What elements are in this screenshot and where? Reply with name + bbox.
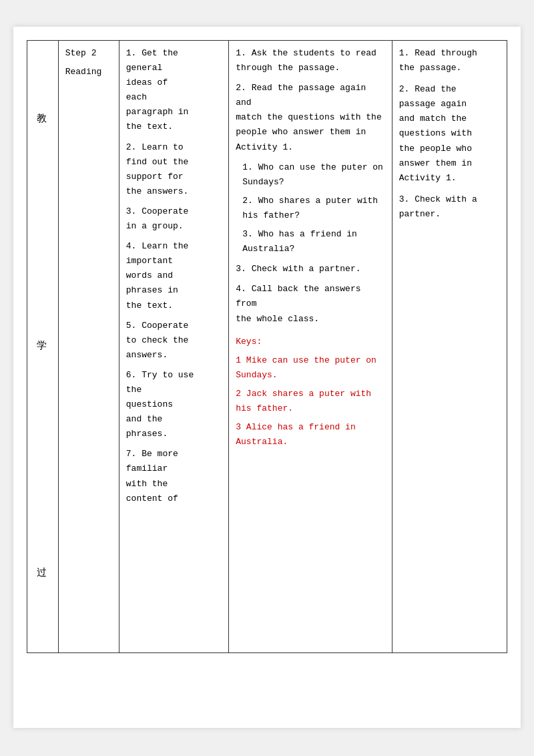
proc-2-sub2: 2. Who shares a puter withhis father? [236,194,384,223]
obj-7: 7. Be morefamiliarwith thecontent of [126,447,222,506]
obj-5: 5. Cooperateto check theanswers. [126,319,222,363]
lesson-table: 教 学 过 Step 2 Reading 1. Get thegeneralid… [27,40,507,653]
key-3: 3 Alice has a friend inAustralia. [236,420,384,449]
chinese-char-jiao: 教 [37,111,48,128]
chinese-char-guo: 过 [37,565,48,582]
procedure-column: 1. Ask the students to readthrough the p… [229,41,392,653]
obj-1: 1. Get thegeneralideas ofeachparagraph i… [126,46,222,135]
proc-2: 2. Read the passage again andmatch the q… [236,81,384,154]
page: 教 学 过 Step 2 Reading 1. Get thegeneralid… [13,27,521,728]
step-label: Step 2 [65,46,112,61]
homework-column: 1. Read throughthe passage. 2. Read thep… [392,41,507,653]
chinese-char-xue: 学 [37,338,48,355]
proc-3: 3. Check with a partner. [236,262,384,276]
key-2: 2 Jack shares a puter withhis father. [236,387,384,416]
reading-label: Reading [65,67,102,77]
key-1: 1 Mike can use the puter onSundays. [236,353,384,383]
obj-2: 2. Learn tofind out thesupport forthe an… [126,140,222,199]
proc-1: 1. Ask the students to readthrough the p… [236,46,384,75]
proc-2-sub3: 3. Who has a friend inAustralia? [236,227,384,256]
hw-3: 3. Check with apartner. [399,192,500,222]
hw-1: 1. Read throughthe passage. [399,46,500,75]
hw-2: 2. Read thepassage againand match theque… [399,82,500,186]
objectives-column: 1. Get thegeneralideas ofeachparagraph i… [119,41,228,653]
obj-3: 3. Cooperatein a group. [126,204,222,234]
proc-2-sub1: 1. Who can use the puter onSundays? [236,160,384,190]
obj-6: 6. Try to usethequestionsand thephrases. [126,368,222,441]
step-column: Step 2 Reading [58,41,119,653]
proc-4: 4. Call back the answers fromthe whole c… [236,282,384,326]
obj-4: 4. Learn theimportantwords andphrases in… [126,239,222,313]
keys-label: Keys: [236,335,384,349]
chinese-column: 教 学 过 [27,41,59,653]
